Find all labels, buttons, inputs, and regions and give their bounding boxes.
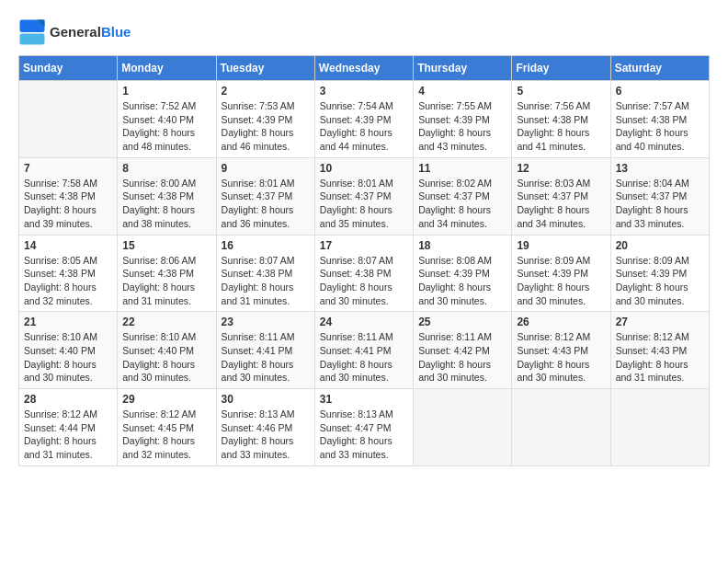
day-number: 28 — [24, 393, 112, 406]
calendar-week-row: 14Sunrise: 8:05 AMSunset: 4:38 PMDayligh… — [19, 235, 710, 312]
cell-content: Sunrise: 8:01 AMSunset: 4:37 PMDaylight:… — [320, 177, 408, 231]
day-number: 24 — [320, 316, 408, 328]
cell-content: Sunrise: 8:11 AMSunset: 4:41 PMDaylight:… — [320, 330, 408, 385]
cell-content: Sunrise: 8:12 AMSunset: 4:43 PMDaylight:… — [517, 330, 605, 385]
calendar-cell: 29Sunrise: 8:12 AMSunset: 4:45 PMDayligh… — [118, 389, 216, 466]
calendar-cell: 30Sunrise: 8:13 AMSunset: 4:46 PMDayligh… — [216, 389, 314, 466]
day-header-monday: Monday — [118, 56, 216, 81]
cell-content: Sunrise: 8:03 AMSunset: 4:37 PMDaylight:… — [517, 177, 605, 231]
logo-icon — [18, 18, 46, 46]
day-number: 29 — [122, 393, 210, 406]
calendar-cell: 22Sunrise: 8:10 AMSunset: 4:40 PMDayligh… — [118, 312, 216, 389]
cell-content: Sunrise: 7:53 AMSunset: 4:39 PMDaylight:… — [222, 99, 310, 154]
cell-content: Sunrise: 8:01 AMSunset: 4:37 PMDaylight:… — [222, 177, 310, 231]
calendar-cell: 23Sunrise: 8:11 AMSunset: 4:41 PMDayligh… — [216, 312, 314, 389]
calendar-cell: 24Sunrise: 8:11 AMSunset: 4:41 PMDayligh… — [314, 312, 413, 389]
calendar-cell: 5Sunrise: 7:56 AMSunset: 4:38 PMDaylight… — [512, 81, 610, 158]
day-number: 26 — [517, 316, 605, 328]
svg-rect-1 — [20, 34, 45, 45]
day-number: 3 — [320, 85, 408, 98]
cell-content: Sunrise: 7:57 AMSunset: 4:38 PMDaylight:… — [616, 99, 704, 154]
calendar-cell: 11Sunrise: 8:02 AMSunset: 4:37 PMDayligh… — [414, 157, 512, 235]
cell-content: Sunrise: 8:09 AMSunset: 4:39 PMDaylight:… — [616, 254, 704, 308]
day-header-tuesday: Tuesday — [216, 56, 314, 81]
calendar-cell: 8Sunrise: 8:00 AMSunset: 4:38 PMDaylight… — [118, 157, 216, 235]
calendar-cell: 25Sunrise: 8:11 AMSunset: 4:42 PMDayligh… — [414, 312, 512, 389]
calendar-cell: 12Sunrise: 8:03 AMSunset: 4:37 PMDayligh… — [512, 157, 610, 235]
day-number: 11 — [418, 162, 506, 175]
day-number: 4 — [418, 85, 506, 98]
day-number: 1 — [122, 85, 210, 98]
day-number: 8 — [122, 162, 210, 175]
calendar-cell: 9Sunrise: 8:01 AMSunset: 4:37 PMDaylight… — [216, 157, 314, 235]
cell-content: Sunrise: 8:11 AMSunset: 4:41 PMDaylight:… — [222, 330, 310, 385]
calendar-cell: 27Sunrise: 8:12 AMSunset: 4:43 PMDayligh… — [610, 312, 709, 389]
day-number: 27 — [616, 316, 704, 328]
cell-content: Sunrise: 8:04 AMSunset: 4:37 PMDaylight:… — [616, 177, 704, 231]
cell-content: Sunrise: 8:12 AMSunset: 4:45 PMDaylight:… — [122, 408, 210, 462]
calendar-header-row: SundayMondayTuesdayWednesdayThursdayFrid… — [19, 56, 710, 81]
calendar-week-row: 28Sunrise: 8:12 AMSunset: 4:44 PMDayligh… — [19, 389, 710, 466]
calendar-cell: 15Sunrise: 8:06 AMSunset: 4:38 PMDayligh… — [118, 235, 216, 312]
day-header-friday: Friday — [512, 56, 610, 81]
cell-content: Sunrise: 8:12 AMSunset: 4:43 PMDaylight:… — [616, 330, 704, 385]
day-number: 22 — [122, 316, 210, 328]
day-number: 12 — [517, 162, 605, 175]
cell-content: Sunrise: 8:11 AMSunset: 4:42 PMDaylight:… — [418, 330, 506, 385]
calendar-cell: 14Sunrise: 8:05 AMSunset: 4:38 PMDayligh… — [19, 235, 118, 312]
day-number: 31 — [320, 393, 408, 406]
calendar-table: SundayMondayTuesdayWednesdayThursdayFrid… — [18, 55, 710, 466]
day-number: 2 — [222, 85, 310, 98]
calendar-cell — [610, 389, 709, 466]
cell-content: Sunrise: 7:55 AMSunset: 4:39 PMDaylight:… — [418, 99, 506, 154]
calendar-cell: 31Sunrise: 8:13 AMSunset: 4:47 PMDayligh… — [314, 389, 413, 466]
cell-content: Sunrise: 7:56 AMSunset: 4:38 PMDaylight:… — [517, 99, 605, 154]
cell-content: Sunrise: 8:10 AMSunset: 4:40 PMDaylight:… — [122, 330, 210, 385]
day-number: 9 — [222, 162, 310, 175]
cell-content: Sunrise: 7:58 AMSunset: 4:38 PMDaylight:… — [24, 177, 112, 231]
logo-text: GeneralBlue — [50, 25, 131, 40]
calendar-cell: 16Sunrise: 8:07 AMSunset: 4:38 PMDayligh… — [216, 235, 314, 312]
day-number: 23 — [222, 316, 310, 328]
cell-content: Sunrise: 7:52 AMSunset: 4:40 PMDaylight:… — [122, 99, 210, 154]
calendar-cell: 2Sunrise: 7:53 AMSunset: 4:39 PMDaylight… — [216, 81, 314, 158]
cell-content: Sunrise: 8:09 AMSunset: 4:39 PMDaylight:… — [517, 254, 605, 308]
calendar-cell: 13Sunrise: 8:04 AMSunset: 4:37 PMDayligh… — [610, 157, 709, 235]
calendar-cell: 26Sunrise: 8:12 AMSunset: 4:43 PMDayligh… — [512, 312, 610, 389]
cell-content: Sunrise: 8:02 AMSunset: 4:37 PMDaylight:… — [418, 177, 506, 231]
calendar-cell: 4Sunrise: 7:55 AMSunset: 4:39 PMDaylight… — [414, 81, 512, 158]
day-header-thursday: Thursday — [414, 56, 512, 81]
day-header-saturday: Saturday — [610, 56, 709, 81]
calendar-cell: 6Sunrise: 7:57 AMSunset: 4:38 PMDaylight… — [610, 81, 709, 158]
calendar-cell — [19, 81, 118, 158]
day-number: 13 — [616, 162, 704, 175]
calendar-cell: 1Sunrise: 7:52 AMSunset: 4:40 PMDaylight… — [118, 81, 216, 158]
day-number: 6 — [616, 85, 704, 98]
day-number: 7 — [24, 162, 112, 175]
cell-content: Sunrise: 8:06 AMSunset: 4:38 PMDaylight:… — [122, 254, 210, 308]
calendar-cell: 20Sunrise: 8:09 AMSunset: 4:39 PMDayligh… — [610, 235, 709, 312]
calendar-cell — [512, 389, 610, 466]
cell-content: Sunrise: 8:13 AMSunset: 4:46 PMDaylight:… — [222, 408, 310, 462]
cell-content: Sunrise: 8:05 AMSunset: 4:38 PMDaylight:… — [24, 254, 112, 308]
day-number: 17 — [320, 239, 408, 252]
calendar-week-row: 21Sunrise: 8:10 AMSunset: 4:40 PMDayligh… — [19, 312, 710, 389]
day-number: 5 — [517, 85, 605, 98]
day-header-wednesday: Wednesday — [314, 56, 413, 81]
calendar-cell: 7Sunrise: 7:58 AMSunset: 4:38 PMDaylight… — [19, 157, 118, 235]
calendar-week-row: 1Sunrise: 7:52 AMSunset: 4:40 PMDaylight… — [19, 81, 710, 158]
calendar-cell: 10Sunrise: 8:01 AMSunset: 4:37 PMDayligh… — [314, 157, 413, 235]
calendar-cell — [414, 389, 512, 466]
day-number: 20 — [616, 239, 704, 252]
logo: GeneralBlue — [18, 18, 131, 46]
day-number: 21 — [24, 316, 112, 328]
page-header: GeneralBlue — [18, 18, 710, 46]
cell-content: Sunrise: 8:12 AMSunset: 4:44 PMDaylight:… — [24, 408, 112, 462]
cell-content: Sunrise: 8:07 AMSunset: 4:38 PMDaylight:… — [222, 254, 310, 308]
calendar-cell: 3Sunrise: 7:54 AMSunset: 4:39 PMDaylight… — [314, 81, 413, 158]
day-number: 16 — [222, 239, 310, 252]
day-number: 30 — [222, 393, 310, 406]
cell-content: Sunrise: 8:07 AMSunset: 4:38 PMDaylight:… — [320, 254, 408, 308]
cell-content: Sunrise: 8:13 AMSunset: 4:47 PMDaylight:… — [320, 408, 408, 462]
cell-content: Sunrise: 8:10 AMSunset: 4:40 PMDaylight:… — [24, 330, 112, 385]
